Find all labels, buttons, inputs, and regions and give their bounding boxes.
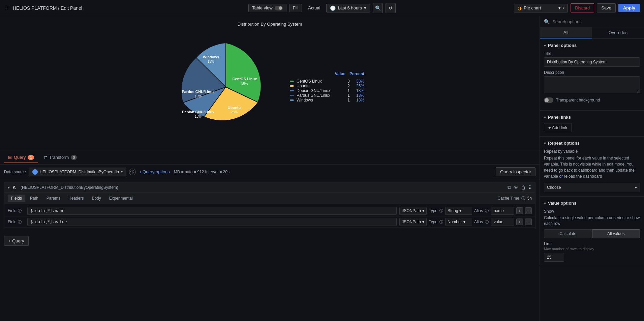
value-options-title: Value options bbox=[548, 201, 577, 206]
panel-options-title: Panel options bbox=[548, 43, 577, 48]
repeat-options-header[interactable]: ▾ Repeat options bbox=[544, 141, 640, 146]
legend-item-value: 1 bbox=[340, 98, 350, 103]
repeat-description: Repeat this panel for each value in the … bbox=[544, 155, 640, 179]
tab-transform-label: Transform bbox=[49, 155, 69, 160]
legend-item-percent: 13% bbox=[352, 88, 364, 93]
pie-label-debian: Debian GNU/Linux bbox=[182, 110, 215, 114]
datasource-select[interactable]: HELIOSPLATFORM_DistributionByOperatin ▾ bbox=[29, 168, 126, 176]
limit-sublabel: Max number of rows to display bbox=[544, 247, 640, 251]
field-format-select-1[interactable]: JSONPath ▾ bbox=[399, 207, 427, 215]
type-info-icon-1: ⓘ bbox=[439, 208, 443, 213]
panel-description-input[interactable] bbox=[544, 76, 640, 93]
format-chevron-2: ▾ bbox=[422, 220, 424, 224]
transparent-bg-row: Transparent background bbox=[544, 97, 640, 103]
tab-params[interactable]: Params bbox=[43, 195, 64, 202]
field-type-select-1[interactable]: String ▾ bbox=[445, 207, 472, 215]
tab-overrides[interactable]: Overrides bbox=[592, 27, 644, 38]
panel-links-section: ▾ Panel links + Add link bbox=[540, 111, 644, 137]
field-type-label-2: Type bbox=[429, 220, 437, 224]
collapse-icon[interactable]: ▾ bbox=[8, 185, 10, 190]
legend-item-percent: 13% bbox=[352, 93, 364, 98]
chevron-down-icon: ▾ bbox=[558, 5, 561, 10]
discard-button[interactable]: Discard bbox=[571, 3, 594, 12]
tab-transform-badge: 0 bbox=[71, 155, 77, 160]
add-query-button[interactable]: + Query bbox=[4, 236, 29, 246]
nav-right: ◑ Pie chart ▾ › Discard Save Apply bbox=[396, 3, 640, 12]
chart-type-selector[interactable]: ◑ Pie chart ▾ › bbox=[514, 4, 568, 12]
repeat-variable-select[interactable]: Choose ▾ bbox=[544, 183, 640, 192]
show-label: Show bbox=[544, 209, 640, 214]
legend-item-name: Pardus GNU/Linux bbox=[297, 93, 337, 98]
fill-button[interactable]: Fill bbox=[289, 4, 302, 12]
add-field-button-2[interactable]: + bbox=[516, 218, 523, 225]
query-options-button[interactable]: › Query options bbox=[139, 168, 171, 176]
panel-links-header[interactable]: ▾ Panel links bbox=[544, 115, 640, 120]
pie-label-ubuntu: Ubuntu bbox=[228, 106, 241, 110]
remove-field-button-1[interactable]: − bbox=[525, 207, 532, 214]
field-path-input-2[interactable] bbox=[27, 218, 397, 226]
main-layout: Distribution By Operating System bbox=[0, 16, 644, 321]
field-format-select-2[interactable]: JSONPath ▾ bbox=[399, 218, 427, 226]
legend-color-swatch bbox=[290, 99, 294, 101]
calculate-button[interactable]: Calculate bbox=[544, 229, 592, 238]
field-info-icon-2: ⓘ bbox=[18, 220, 22, 225]
panel-options-section: ▾ Panel options Title Description Transp… bbox=[540, 39, 644, 111]
pie-chart-svg: CentOS Linux 38% Ubuntu 25% Debian GNU/L… bbox=[175, 36, 276, 138]
add-field-button-1[interactable]: + bbox=[516, 207, 523, 214]
apply-button[interactable]: Apply bbox=[618, 4, 640, 12]
select-chevron: ▾ bbox=[635, 185, 637, 190]
eye-icon[interactable]: 👁 bbox=[514, 185, 518, 190]
legend-row: Ubuntu 2 25% bbox=[290, 84, 364, 88]
tab-query[interactable]: ⊞ Query 1 bbox=[4, 152, 38, 163]
limit-input[interactable] bbox=[544, 253, 564, 262]
zoom-icon[interactable]: 🔍 bbox=[373, 3, 383, 13]
alias-info-icon-1: ⓘ bbox=[485, 208, 489, 213]
query-meta: MD = auto = 912 Interval = 20s bbox=[174, 170, 493, 174]
field-path-input-1[interactable] bbox=[27, 207, 397, 215]
tab-transform[interactable]: ⇄ Transform 0 bbox=[39, 152, 81, 163]
tab-headers[interactable]: Headers bbox=[65, 195, 87, 202]
add-query-row: + Query bbox=[0, 232, 540, 250]
table-view-dot[interactable] bbox=[275, 6, 283, 10]
repeat-options-title: Repeat options bbox=[548, 141, 580, 146]
tab-query-label: Query bbox=[14, 155, 26, 160]
actual-button[interactable]: Actual bbox=[305, 4, 324, 12]
search-box: 🔍 bbox=[540, 16, 644, 27]
add-link-button[interactable]: + Add link bbox=[544, 123, 572, 132]
panel-title-input[interactable] bbox=[544, 57, 640, 67]
table-view-toggle[interactable]: Table view bbox=[248, 4, 286, 12]
field-alias-input-2[interactable] bbox=[491, 218, 514, 226]
tab-fields[interactable]: Fields bbox=[8, 195, 25, 202]
refresh-icon[interactable]: ↺ bbox=[386, 3, 396, 13]
value-options-header[interactable]: ▾ Value options bbox=[544, 201, 640, 206]
format-chevron-1: ▾ bbox=[422, 208, 424, 213]
back-icon[interactable]: ← bbox=[4, 4, 10, 11]
panel-options-header[interactable]: ▾ Panel options bbox=[544, 43, 640, 48]
tab-experimental[interactable]: Experimental bbox=[106, 195, 136, 202]
transparent-bg-toggle[interactable] bbox=[544, 97, 553, 103]
tab-body[interactable]: Body bbox=[88, 195, 104, 202]
cache-time-info-icon: ⓘ bbox=[521, 196, 525, 201]
save-button[interactable]: Save bbox=[597, 3, 616, 12]
tab-all[interactable]: All bbox=[540, 27, 592, 38]
all-values-button[interactable]: All values bbox=[592, 229, 640, 238]
tab-query-icon: ⊞ bbox=[8, 155, 12, 160]
delete-icon[interactable]: 🗑 bbox=[521, 185, 526, 190]
field-alias-input-1[interactable] bbox=[491, 207, 514, 215]
legend-item-name: Debian GNU/Linux bbox=[297, 88, 337, 93]
tab-path[interactable]: Path bbox=[27, 195, 42, 202]
legend-value-col: Value bbox=[332, 71, 345, 76]
search-input[interactable] bbox=[552, 19, 640, 24]
copy-icon[interactable]: ⧉ bbox=[508, 184, 511, 190]
or-link[interactable]: or bbox=[559, 174, 563, 179]
time-range-selector[interactable]: 🕐 Last 6 hours ▾ bbox=[326, 4, 370, 12]
query-inspector-button[interactable]: Query inspector bbox=[496, 167, 535, 176]
field-type-select-2[interactable]: Number ▾ bbox=[445, 218, 472, 226]
drag-icon[interactable]: ⠿ bbox=[528, 185, 532, 190]
description-field-label: Description bbox=[544, 70, 640, 75]
pie-pct-centos: 38% bbox=[241, 82, 248, 85]
title-field-label: Title bbox=[544, 51, 640, 56]
legend-percent-col: Percent bbox=[349, 71, 364, 76]
datasource-info-icon[interactable]: ⓘ bbox=[129, 169, 136, 175]
remove-field-button-2[interactable]: − bbox=[525, 218, 532, 225]
